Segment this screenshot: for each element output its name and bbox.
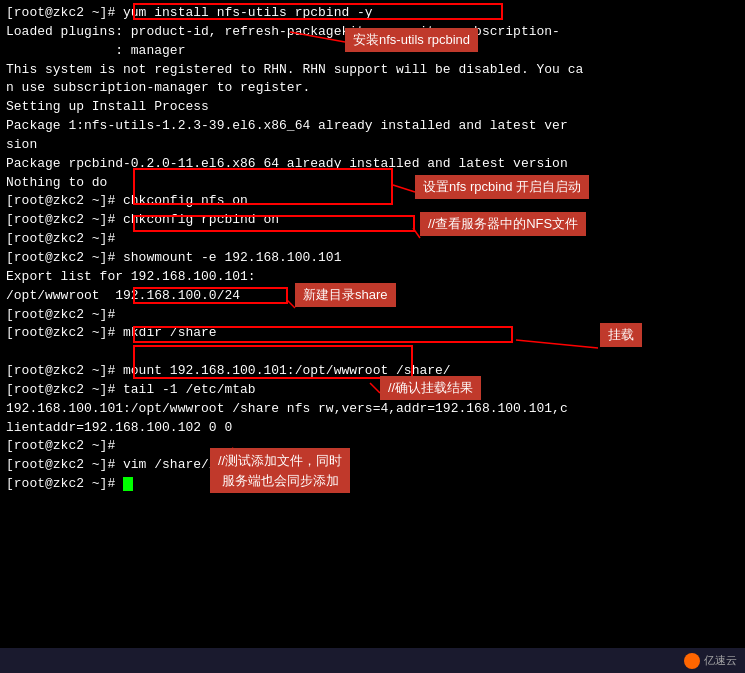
line-21: [root@zkc2 ~]# tail -1 /etc/mtab	[6, 381, 739, 400]
annotation-chkconfig: 设置nfs rpcbind 开启自启动	[415, 175, 589, 199]
line-24: [root@zkc2 ~]#	[6, 437, 739, 456]
line-22: 192.168.100.101:/opt/wwwroot /share nfs …	[6, 400, 739, 419]
line-5: n use subscription-manager to register.	[6, 79, 739, 98]
line-4: This system is not registered to RHN. RH…	[6, 61, 739, 80]
annotation-test-file: //测试添加文件，同时服务端也会同步添加	[210, 448, 350, 493]
annotation-mount: 挂载	[600, 323, 642, 347]
line-6: Setting up Install Process	[6, 98, 739, 117]
line-9: Package rpcbind-0.2.0-11.el6.x86_64 alre…	[6, 155, 739, 174]
line-13: [root@zkc2 ~]#	[6, 230, 739, 249]
line-7: Package 1:nfs-utils-1.2.3-39.el6.x86_64 …	[6, 117, 739, 136]
annotation-mkdir: 新建目录share	[295, 283, 396, 307]
terminal: [root@zkc2 ~]# yum install nfs-utils rpc…	[0, 0, 745, 648]
footer-logo: 亿速云	[684, 653, 737, 669]
logo-icon	[684, 653, 700, 669]
cursor	[123, 477, 133, 491]
line-17: [root@zkc2 ~]#	[6, 306, 739, 325]
annotation-showmount: //查看服务器中的NFS文件	[420, 212, 586, 236]
footer-bar: 亿速云	[0, 648, 745, 673]
line-11: [root@zkc2 ~]# chkconfig nfs on	[6, 192, 739, 211]
line-23: lientaddr=192.168.100.102 0 0	[6, 419, 739, 438]
line-10: Nothing to do	[6, 174, 739, 193]
line-8: sion	[6, 136, 739, 155]
line-20: [root@zkc2 ~]# mount 192.168.100.101:/op…	[6, 362, 739, 381]
line-12: [root@zkc2 ~]# chkconfig rpcbind on	[6, 211, 739, 230]
logo-text: 亿速云	[704, 653, 737, 668]
line-25: [root@zkc2 ~]# vim /share/index.html	[6, 456, 739, 475]
annotation-confirm-mount: //确认挂载结果	[380, 376, 481, 400]
line-1: [root@zkc2 ~]# yum install nfs-utils rpc…	[6, 4, 739, 23]
annotation-install: 安装nfs-utils rpcbind	[345, 28, 478, 52]
line-14: [root@zkc2 ~]# showmount -e 192.168.100.…	[6, 249, 739, 268]
line-26: [root@zkc2 ~]#	[6, 475, 739, 494]
